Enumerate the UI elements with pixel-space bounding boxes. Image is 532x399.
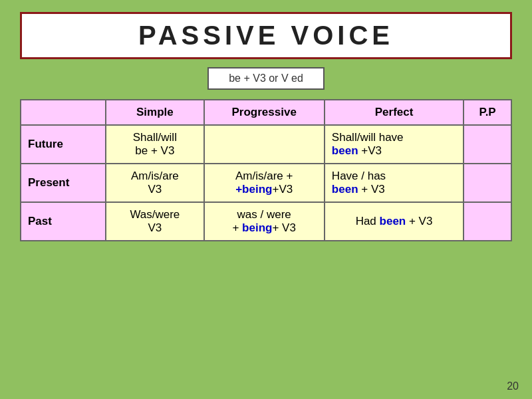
past-progressive: was / were + being+ V3	[204, 202, 325, 241]
present-simple: Am/is/are V3	[106, 164, 203, 202]
future-perfect: Shall/will have been +V3	[325, 125, 464, 164]
past-perfect: Had been + V3	[325, 202, 464, 241]
future-progressive	[204, 125, 325, 164]
title-text: PASSIVE VOICE	[138, 21, 394, 50]
future-label: Future	[21, 125, 106, 164]
table-header-row: Simple Progressive Perfect P.P	[21, 100, 511, 125]
future-simple: Shall/will be + V3	[106, 125, 203, 164]
header-col2: Simple	[106, 100, 203, 125]
past-progressive-blue: being	[242, 221, 272, 234]
table-row-future: Future Shall/will be + V3 Shall/will hav…	[21, 125, 511, 164]
passive-voice-table: Simple Progressive Perfect P.P Future Sh…	[20, 99, 512, 241]
page-number: 20	[507, 380, 519, 392]
past-label: Past	[21, 202, 106, 241]
header-col3: Progressive	[204, 100, 325, 125]
present-progressive-blue: +being	[235, 183, 272, 196]
header-col1	[21, 100, 106, 125]
past-perfect-blue: been	[380, 215, 406, 227]
header-col5: P.P	[464, 100, 511, 125]
past-pp	[464, 202, 511, 241]
past-simple: Was/were V3	[106, 202, 203, 241]
formula-text: be + V3 or V ed	[229, 72, 303, 84]
formula-box: be + V3 or V ed	[207, 67, 325, 90]
future-perfect-blue: been	[332, 144, 358, 157]
future-pp	[464, 125, 511, 164]
present-perfect-blue: been	[332, 183, 358, 196]
present-perfect: Have / has been + V3	[325, 164, 464, 202]
table-row-present: Present Am/is/are V3 Am/is/are + +being+…	[21, 164, 511, 202]
table-row-past: Past Was/were V3 was / were + being+ V3 …	[21, 202, 511, 241]
title-box: PASSIVE VOICE	[20, 12, 512, 59]
present-progressive: Am/is/are + +being+V3	[204, 164, 325, 202]
header-col4: Perfect	[325, 100, 464, 125]
present-pp	[464, 164, 511, 202]
present-label: Present	[21, 164, 106, 202]
